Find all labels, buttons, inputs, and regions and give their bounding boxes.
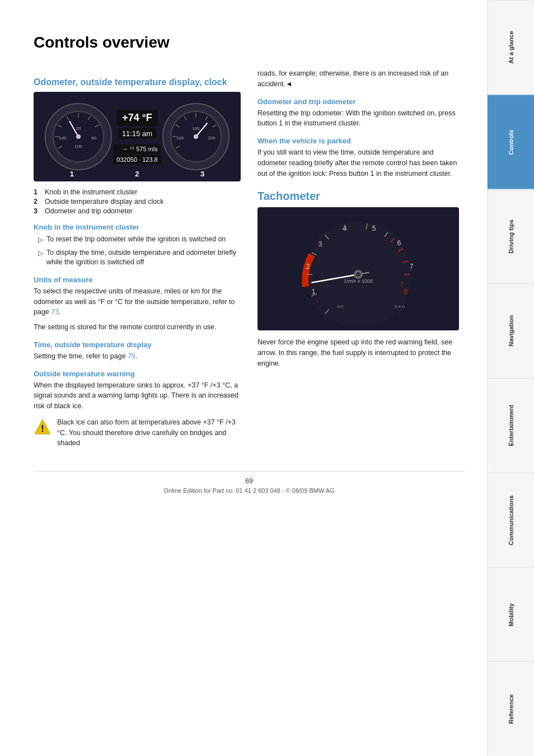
tachometer-section: Tachometer 1 2 bbox=[257, 190, 465, 368]
outside-temp-text: When the displayed temperature sinks to … bbox=[34, 380, 241, 412]
knob-bullet-2: ▷ To display the time, outside temperatu… bbox=[38, 248, 241, 268]
cluster-label-2: 2 bbox=[135, 170, 139, 178]
knob-bullet-1: ▷ To reset the trip odometer while the i… bbox=[38, 235, 241, 245]
warning-triangle-icon: ! bbox=[34, 418, 51, 449]
cluster-image: 20 140 60 100 +74 °F 11:15 am bbox=[34, 92, 241, 181]
units-text-2: The setting is stored for the remote con… bbox=[34, 322, 241, 333]
units-link-73[interactable]: 73 bbox=[51, 308, 59, 316]
svg-text:3·4·0: 3·4·0 bbox=[395, 304, 405, 309]
svg-text:·4·0: ·4·0 bbox=[336, 304, 344, 309]
svg-text:!: ! bbox=[41, 424, 44, 433]
tach-header: Tachometer bbox=[257, 190, 465, 203]
item-text-3: Odometer and trip odometer bbox=[45, 207, 133, 215]
knob-header: Knob in the instrument cluster bbox=[34, 223, 241, 231]
time-text: Setting the time, refer to page 75. bbox=[34, 351, 241, 362]
svg-text:60: 60 bbox=[92, 136, 97, 141]
right-gauge: 160 100 200 bbox=[162, 103, 229, 170]
left-gauge: 20 140 60 100 bbox=[45, 103, 112, 170]
footer: 69 Online Edition for Part no. 01 41 2 6… bbox=[34, 471, 465, 494]
knob-bullet-text-1: To reset the trip odometer while the ign… bbox=[46, 235, 226, 245]
item-text-1: Knob in the instrument cluster bbox=[45, 188, 137, 196]
outside-temp-header: Outside temperature warning bbox=[34, 370, 241, 378]
cluster-item-3: 3 Odometer and trip odometer bbox=[34, 207, 241, 215]
knob-bullet-text-2: To display the time, outside temperature… bbox=[46, 248, 241, 268]
units-text: To select the respective units of measur… bbox=[34, 286, 241, 318]
sidebar-tab-driving-tips[interactable]: Driving tips bbox=[488, 189, 534, 284]
knob-bullet-list: ▷ To reset the trip odometer while the i… bbox=[38, 235, 241, 268]
page-title: Controls overview bbox=[34, 34, 465, 52]
svg-text:2: 2 bbox=[306, 263, 310, 270]
svg-text:3: 3 bbox=[318, 240, 322, 248]
sidebar-tab-reference[interactable]: Reference bbox=[488, 661, 534, 756]
warning-text: Black ice can also form at temperatures … bbox=[57, 417, 241, 449]
time-link-75[interactable]: 75 bbox=[128, 352, 135, 360]
units-header: Units of measure bbox=[34, 276, 241, 284]
svg-text:1/min x 1000: 1/min x 1000 bbox=[344, 278, 373, 284]
warning-box: ! Black ice can also form at temperature… bbox=[34, 417, 241, 449]
svg-text:6: 6 bbox=[397, 239, 401, 247]
odo-trip-text: Resetting the trip odometer: With the ig… bbox=[257, 108, 465, 129]
continued-text: roads, for example; otherwise, there is … bbox=[257, 68, 465, 90]
sidebar-tab-entertainment[interactable]: Entertainment bbox=[488, 378, 534, 473]
svg-text:8: 8 bbox=[404, 288, 408, 296]
sidebar-tab-communications[interactable]: Communications bbox=[488, 473, 534, 567]
left-column: Odometer, outside temperature display, c… bbox=[34, 68, 241, 454]
cluster-label-1: 1 bbox=[70, 170, 74, 178]
svg-text:7: 7 bbox=[410, 263, 414, 270]
cluster-numbered-list: 1 Knob in the instrument cluster 2 Outsi… bbox=[34, 188, 241, 215]
temperature-display: +74 °F bbox=[116, 110, 158, 126]
svg-text:140: 140 bbox=[59, 136, 67, 141]
sidebar-tab-navigation[interactable]: Navigation bbox=[488, 283, 534, 378]
cluster-item-2: 2 Outside temperature display and clock bbox=[34, 198, 241, 206]
footer-copyright: Online Edition for Part no. 01 41 2 603 … bbox=[34, 487, 465, 494]
svg-text:200: 200 bbox=[208, 136, 216, 141]
cluster-inner: 20 140 60 100 +74 °F 11:15 am bbox=[34, 92, 241, 181]
right-column: roads, for example; otherwise, there is … bbox=[257, 68, 465, 454]
odometer-display: 032050 · 123.8 bbox=[113, 155, 161, 164]
page-number: 69 bbox=[34, 477, 465, 485]
cluster-item-1: 1 Knob in the instrument cluster bbox=[34, 188, 241, 196]
svg-text:100: 100 bbox=[176, 136, 184, 141]
item-num-2: 2 bbox=[34, 198, 41, 206]
svg-text:20: 20 bbox=[76, 126, 81, 131]
tach-description: Never force the engine speed up into the… bbox=[257, 337, 465, 368]
svg-text:100: 100 bbox=[74, 144, 82, 149]
time-display: 11:15 am bbox=[118, 128, 157, 139]
item-num-1: 1 bbox=[34, 188, 41, 196]
two-column-layout: Odometer, outside temperature display, c… bbox=[34, 68, 465, 454]
tachometer-svg: 1 2 3 4 5 6 7 8 1/min x 1000 bbox=[291, 213, 425, 325]
time-header: Time, outside temperature display bbox=[34, 340, 241, 349]
bullet-arrow-2: ▷ bbox=[38, 249, 43, 268]
mileage-display: → ⁽ⁱ⁾ 575 mls bbox=[113, 144, 161, 154]
sidebar-tab-at-a-glance[interactable]: At a glance bbox=[488, 0, 534, 95]
tachometer-image: 1 2 3 4 5 6 7 8 1/min x 1000 bbox=[257, 207, 459, 330]
svg-text:160: 160 bbox=[192, 126, 200, 131]
odo-trip-header: Odometer and trip odometer bbox=[257, 97, 465, 106]
main-content: Controls overview Odometer, outside temp… bbox=[0, 0, 487, 756]
item-text-2: Outside temperature display and clock bbox=[45, 198, 164, 206]
bullet-arrow-1: ▷ bbox=[38, 235, 43, 245]
svg-point-13 bbox=[76, 134, 81, 139]
sidebar-tab-mobility[interactable]: Mobility bbox=[488, 567, 534, 662]
svg-point-26 bbox=[194, 134, 198, 139]
cluster-center-display: +74 °F 11:15 am → ⁽ⁱ⁾ 575 mls 032050 · 1… bbox=[113, 110, 161, 164]
right-sidebar: At a glance Controls Driving tips Naviga… bbox=[487, 0, 534, 756]
item-num-3: 3 bbox=[34, 207, 41, 215]
sidebar-tab-controls[interactable]: Controls bbox=[488, 95, 534, 189]
parked-header: When the vehicle is parked bbox=[257, 137, 465, 145]
svg-text:↑: ↑ bbox=[400, 279, 404, 288]
odometer-section-header: Odometer, outside temperature display, c… bbox=[34, 77, 241, 87]
svg-point-55 bbox=[356, 272, 360, 277]
parked-text: If you still want to view the time, outs… bbox=[257, 147, 465, 179]
svg-text:5: 5 bbox=[372, 225, 376, 232]
cluster-label-3: 3 bbox=[200, 170, 204, 178]
